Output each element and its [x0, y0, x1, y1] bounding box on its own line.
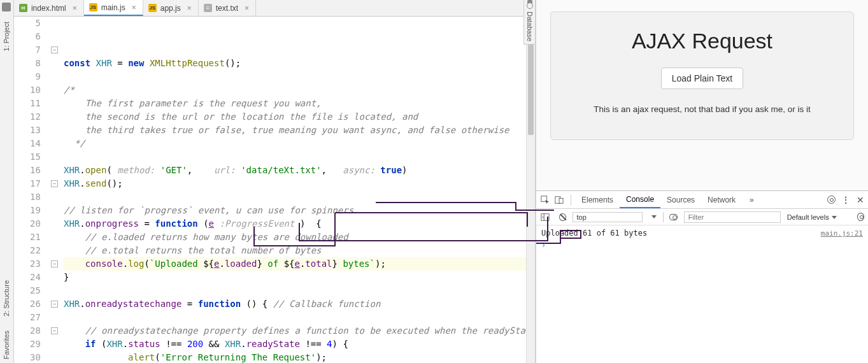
close-tab-icon[interactable]: × [132, 3, 136, 12]
chevron-down-icon [832, 216, 837, 219]
fold-toggle-icon[interactable]: − [51, 301, 58, 308]
code-line[interactable]: */ [64, 137, 535, 150]
devtools-settings-icon[interactable] [827, 196, 836, 204]
code-line[interactable]: The first parameter is the request you w… [64, 97, 535, 110]
editor-scrollbar[interactable] [526, 33, 535, 363]
line-number: 28 [14, 324, 41, 338]
console-message: Uploaded 61 of 61 bytes [541, 229, 647, 238]
line-number: 11 [14, 97, 41, 110]
code-line[interactable]: XHR.open( method: 'GET', url: 'data/teXt… [64, 164, 535, 177]
code-line[interactable]: if (XHR.status !== 200 && XHR.readyState… [64, 338, 535, 351]
line-number: 22 [14, 244, 41, 257]
fold-toggle-icon[interactable]: − [51, 180, 58, 187]
fold-column: −−−−− [50, 17, 61, 363]
inspect-element-icon[interactable] [540, 195, 550, 205]
console-prompt[interactable]: › [541, 241, 863, 250]
devtools-tab-sources[interactable]: Sources [660, 191, 701, 208]
line-number: 10 [14, 83, 41, 97]
editor-tabs: Hindex.html×JSmain.js×JSapp.js×≡text.txt… [14, 0, 535, 17]
code-editor[interactable]: 5678910111213141516171819202122232425262… [14, 17, 535, 363]
code-line[interactable]: XHR.onprogress = function (e :ProgressEv… [64, 217, 535, 231]
editor-tab-main-js[interactable]: JSmain.js× [84, 0, 143, 16]
line-number: 7 [14, 43, 41, 57]
editor-tab-app-js[interactable]: JSapp.js× [143, 0, 199, 16]
editor-tab-text-txt[interactable]: ≡text.txt× [199, 0, 256, 16]
fold-toggle-icon[interactable]: − [51, 46, 58, 53]
devtools-menu-icon[interactable]: ⋮ [842, 196, 850, 204]
line-number: 23 [14, 257, 41, 271]
console-source-link[interactable]: main.js:21 [821, 229, 863, 238]
code-line[interactable] [64, 190, 535, 204]
code-line[interactable]: the third takes true or false, true mean… [64, 124, 535, 137]
svg-rect-2 [559, 198, 563, 203]
code-line[interactable]: console.log(`Uploaded ${e.loaded} of ${e… [64, 257, 535, 271]
tab-label: app.js [160, 4, 181, 13]
fold-toggle-icon[interactable]: − [51, 260, 58, 267]
devtools-tab-network[interactable]: Network [701, 191, 742, 208]
code-line[interactable] [64, 70, 535, 83]
line-gutter: 5678910111213141516171819202122232425262… [14, 17, 50, 363]
preview-paragraph: This is an ajax request, not that bad if… [565, 104, 839, 114]
tab-label: index.html [31, 4, 66, 13]
line-number: 30 [14, 351, 41, 363]
project-tool-tab[interactable]: 1: Project [1, 18, 11, 55]
console-filter-input[interactable] [684, 211, 781, 223]
line-number: 15 [14, 150, 41, 164]
code-line[interactable]: // e.total returns the total number of b… [64, 244, 535, 257]
code-line[interactable] [64, 150, 535, 164]
html-file-icon: H [19, 4, 27, 12]
code-area[interactable]: const XHR = new XMLHttpRequest();/* The … [61, 17, 535, 363]
close-tab-icon[interactable]: × [187, 4, 192, 13]
editor-panel: Hindex.html×JSmain.js×JSapp.js×≡text.txt… [14, 0, 536, 363]
console-settings-icon[interactable] [857, 213, 864, 221]
line-number: 24 [14, 271, 41, 284]
database-tool-tab[interactable]: Database [523, 0, 535, 45]
code-line[interactable]: the second is the url or the location th… [64, 110, 535, 124]
code-line[interactable]: // listen for `progress` event, u can us… [64, 204, 535, 217]
line-number: 14 [14, 137, 41, 150]
preview-heading: AJAX Request [565, 29, 839, 53]
code-line[interactable] [64, 284, 535, 297]
tab-label: main.js [101, 3, 125, 12]
js-file-icon: JS [148, 4, 157, 12]
devtools-panel: ElementsConsoleSourcesNetwork » ⋮ ✕ top … [536, 191, 868, 363]
code-line[interactable]: // e.loaded returns how many bytes are d… [64, 231, 535, 244]
log-levels-select[interactable]: Default levels [787, 213, 844, 221]
clear-console-icon[interactable] [559, 213, 566, 221]
code-line[interactable]: XHR.onreadystatechange = function () { /… [64, 297, 535, 311]
js-file-icon: JS [89, 3, 97, 11]
code-line[interactable]: /* [64, 83, 535, 97]
code-line[interactable]: XHR.send(); [64, 177, 535, 190]
devtools-more-tabs-icon[interactable]: » [743, 191, 760, 208]
fold-toggle-icon[interactable]: − [51, 327, 58, 334]
line-number: 27 [14, 311, 41, 324]
devtools-tab-elements[interactable]: Elements [575, 191, 620, 208]
console-toolbar: top Default levels [536, 209, 868, 225]
code-line[interactable]: alert('Error Returning The Request'); [64, 351, 535, 363]
structure-tool-tab[interactable]: 2: Structure [1, 276, 11, 320]
close-tab-icon[interactable]: × [73, 4, 77, 13]
project-icon[interactable] [2, 3, 11, 11]
close-tab-icon[interactable]: × [245, 4, 249, 13]
load-plain-text-button[interactable]: Load Plain Text [661, 68, 743, 89]
browser-preview: AJAX Request Load Plain Text This is an … [536, 0, 868, 191]
code-line[interactable] [64, 311, 535, 324]
devtools-close-icon[interactable]: ✕ [857, 195, 864, 205]
live-expression-icon[interactable] [669, 214, 677, 220]
left-tool-rail: 1: Project 2: Structure Favorites [0, 0, 14, 363]
console-sidebar-toggle-icon[interactable] [540, 212, 550, 222]
line-number: 12 [14, 110, 41, 124]
chevron-down-icon [651, 215, 657, 218]
line-number: 16 [14, 164, 41, 177]
console-output[interactable]: Uploaded 61 of 61 bytes main.js:21 › [536, 225, 868, 363]
execution-context-select[interactable]: top [573, 212, 643, 222]
code-line[interactable]: // onreadystatechange property defines a… [64, 324, 535, 338]
device-toolbar-icon[interactable] [554, 195, 564, 205]
line-number: 17 [14, 177, 41, 190]
code-line[interactable]: const XHR = new XMLHttpRequest(); [64, 57, 535, 70]
devtools-tab-console[interactable]: Console [620, 191, 660, 208]
editor-tab-index-html[interactable]: Hindex.html× [14, 0, 84, 16]
code-line[interactable]: } [64, 271, 535, 284]
favorites-tool-tab[interactable]: Favorites [1, 327, 11, 363]
line-number: 5 [14, 17, 41, 30]
